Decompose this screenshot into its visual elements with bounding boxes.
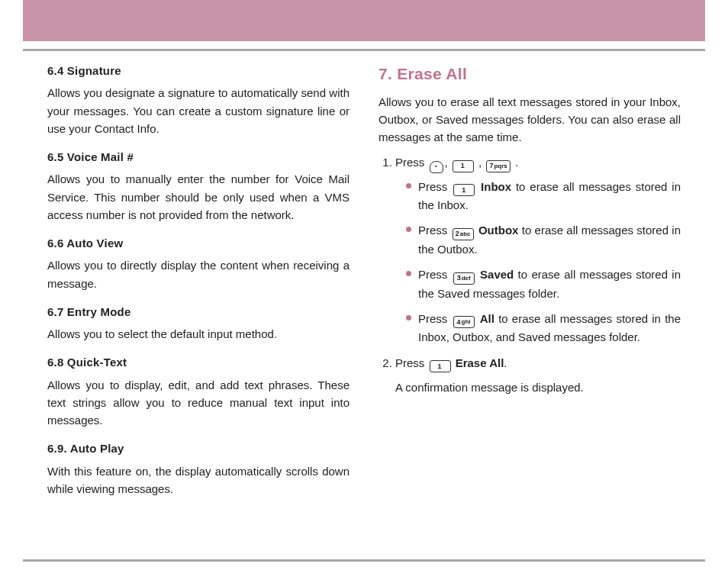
key-2-icon: 2abc: [453, 228, 474, 240]
heading-7: 7. Erase All: [378, 62, 681, 87]
key-3-icon: 3def: [453, 272, 475, 285]
key-7-icon: 7pqrs: [486, 160, 510, 172]
bottom-rule: [23, 559, 705, 562]
option-inbox: Press 1 Inbox to erase all messages stor…: [406, 178, 681, 214]
key-1-icon: 1: [453, 184, 475, 196]
option-all: Press 4ghi All to erase all messages sto…: [406, 310, 681, 346]
soft-key-icon: [430, 161, 443, 173]
key-1-icon: 1: [453, 160, 474, 172]
heading-6-6: 6.6 Auto View: [47, 234, 350, 252]
page-columns: 6.4 Signature Allows you designate a sig…: [0, 51, 728, 505]
para-6-9: With this feature on, the display automa…: [47, 462, 350, 498]
steps-list: Press , 1 , 7pqrs . Press 1 Inbox to era…: [378, 153, 681, 396]
option-outbox: Press 2abc Outbox to erase all messages …: [406, 221, 681, 258]
para-7-intro: Allows you to erase all text messages st…: [378, 93, 681, 147]
heading-6-4: 6.4 Signature: [47, 62, 350, 79]
heading-6-7: 6.7 Entry Mode: [47, 303, 350, 320]
heading-6-8: 6.8 Quick-Text: [47, 353, 350, 371]
erase-options: Press 1 Inbox to erase all messages stor…: [395, 178, 681, 346]
para-6-5: Allows you to manually enter the number …: [47, 170, 350, 224]
step-2: Press 1 Erase All. A confirmation messag…: [395, 354, 681, 397]
header-band: [23, 0, 705, 41]
right-column: 7. Erase All Allows you to erase all tex…: [378, 62, 681, 505]
key-4-icon: 4ghi: [453, 316, 475, 328]
para-6-4: Allows you designate a signature to auto…: [47, 84, 350, 137]
para-6-7: Allows you to select the default input m…: [47, 325, 350, 343]
heading-6-5: 6.5 Voice Mail #: [47, 148, 350, 166]
option-saved: Press 3def Saved to erase all messages s…: [406, 266, 681, 302]
para-6-6: Allows you to directly display the conte…: [47, 256, 350, 292]
confirm-msg: A confirmation message is displayed.: [395, 378, 681, 396]
step-1-prefix: Press: [395, 156, 428, 169]
left-column: 6.4 Signature Allows you designate a sig…: [47, 62, 350, 505]
para-6-8: Allows you to display, edit, and add tex…: [47, 376, 350, 430]
step-1: Press , 1 , 7pqrs . Press 1 Inbox to era…: [395, 153, 681, 346]
heading-6-9: 6.9. Auto Play: [47, 440, 350, 457]
key-1-icon: 1: [430, 360, 451, 372]
